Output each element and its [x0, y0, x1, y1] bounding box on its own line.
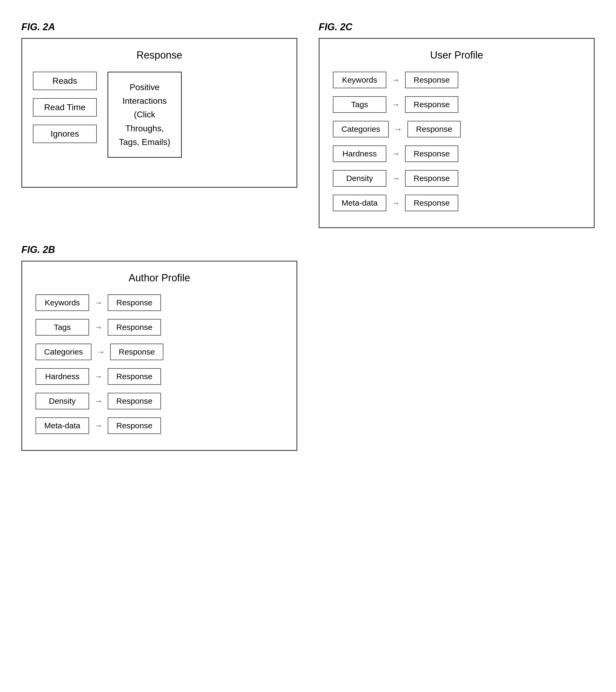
fig2c-title: User Profile: [333, 49, 580, 61]
fig2c-arrow-1: →: [392, 100, 400, 109]
fig2b-value-0: Response: [108, 295, 161, 311]
fig2c-row-4: Density → Response: [333, 170, 580, 187]
fig2c-arrow-4: →: [392, 174, 400, 183]
fig2b-arrow-0: →: [94, 298, 103, 307]
fig2c-value-1: Response: [405, 96, 458, 113]
ignores-box: Ignores: [33, 125, 97, 143]
fig2c-row-1: Tags → Response: [333, 96, 580, 113]
fig2b-value-1: Response: [108, 319, 161, 336]
fig2a-title: Response: [33, 49, 286, 61]
fig2c-value-2: Response: [408, 121, 461, 137]
fig2b-title: Author Profile: [36, 272, 283, 284]
fig2b-row-1: Tags → Response: [36, 319, 283, 336]
fig2b-row-5: Meta-data → Response: [36, 417, 283, 434]
fig2b-row-2: Categories → Response: [36, 344, 283, 360]
positive-interactions-box: PositiveInteractions(ClickThroughs,Tags,…: [108, 72, 182, 158]
fig2c-value-3: Response: [405, 146, 458, 162]
fig2b-arrow-4: →: [94, 396, 103, 406]
fig2b-key-5: Meta-data: [36, 417, 89, 434]
fig2b-value-4: Response: [108, 393, 161, 409]
fig2a-box: Response Reads Read Time Ignores Positiv…: [21, 38, 297, 188]
fig2b-arrow-5: →: [94, 421, 103, 430]
fig2c-value-5: Response: [405, 195, 458, 211]
fig2c-key-2: Categories: [333, 121, 389, 137]
fig2c-value-4: Response: [405, 170, 458, 187]
reads-box: Reads: [33, 72, 97, 90]
fig2c-value-0: Response: [405, 72, 458, 88]
fig2b-value-3: Response: [108, 368, 161, 385]
fig2c-key-0: Keywords: [333, 72, 386, 88]
fig2b-section: FIG. 2B Author Profile Keywords → Respon…: [21, 244, 297, 451]
fig2c-row-0: Keywords → Response: [333, 72, 580, 88]
fig2b-key-2: Categories: [36, 344, 91, 360]
fig2b-arrow-3: →: [94, 372, 103, 381]
fig2c-arrow-5: →: [392, 198, 400, 208]
fig2c-section: FIG. 2C User Profile Keywords → Response…: [319, 21, 595, 228]
fig2c-arrow-0: →: [392, 75, 400, 85]
fig2b-row-4: Density → Response: [36, 393, 283, 409]
fig2a-left: Reads Read Time Ignores: [33, 72, 97, 143]
fig2b-key-4: Density: [36, 393, 89, 409]
fig2c-box: User Profile Keywords → Response Tags → …: [319, 38, 595, 228]
fig2c-arrow-2: →: [394, 125, 402, 134]
page-container: FIG. 2A Response Reads Read Time Ignores…: [11, 11, 605, 461]
fig2c-key-5: Meta-data: [333, 195, 386, 211]
fig2b-row-3: Hardness → Response: [36, 368, 283, 385]
fig2c-row-3: Hardness → Response: [333, 146, 580, 162]
fig2b-arrow-1: →: [94, 323, 103, 332]
fig2b-row-0: Keywords → Response: [36, 295, 283, 311]
fig2a-section: FIG. 2A Response Reads Read Time Ignores…: [21, 21, 297, 228]
fig2b-value-2: Response: [110, 344, 163, 360]
fig2c-key-3: Hardness: [333, 146, 386, 162]
fig2b-arrow-2: →: [97, 347, 105, 356]
fig2c-row-2: Categories → Response: [333, 121, 580, 137]
fig2c-arrow-3: →: [392, 149, 400, 158]
fig2c-row-5: Meta-data → Response: [333, 195, 580, 211]
fig2b-label: FIG. 2B: [21, 244, 297, 255]
fig2c-key-4: Density: [333, 170, 386, 187]
fig2c-key-1: Tags: [333, 96, 386, 113]
fig2a-content: Reads Read Time Ignores PositiveInteract…: [33, 72, 286, 158]
fig2b-key-1: Tags: [36, 319, 89, 336]
fig2a-label: FIG. 2A: [21, 21, 297, 33]
fig2b-key-0: Keywords: [36, 295, 89, 311]
fig2b-key-3: Hardness: [36, 368, 89, 385]
fig2b-box: Author Profile Keywords → Response Tags …: [21, 261, 297, 451]
fig2b-value-5: Response: [108, 417, 161, 434]
read-time-box: Read Time: [33, 98, 97, 116]
fig2c-label: FIG. 2C: [319, 21, 595, 33]
